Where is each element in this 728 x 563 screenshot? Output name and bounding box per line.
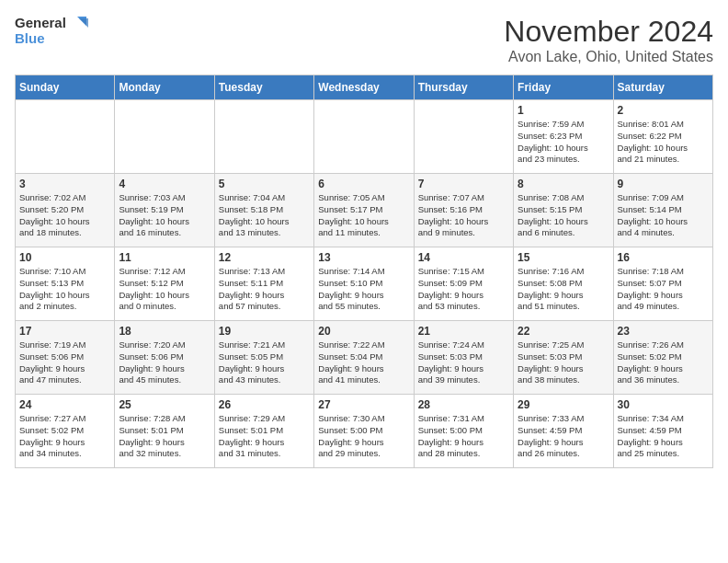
calendar-cell (414, 100, 513, 174)
calendar-cell (115, 100, 214, 174)
weekday-header-sunday: Sunday (16, 75, 115, 100)
day-number: 29 (518, 398, 609, 411)
day-number: 5 (219, 178, 310, 190)
calendar-week-1: 1Sunrise: 7:59 AM Sunset: 6:23 PM Daylig… (16, 100, 713, 174)
calendar-cell: 9Sunrise: 7:09 AM Sunset: 5:14 PM Daylig… (613, 174, 712, 247)
calendar-cell (16, 100, 115, 174)
day-info: Sunrise: 7:18 AM Sunset: 5:07 PM Dayligh… (618, 266, 709, 313)
day-number: 28 (418, 398, 509, 411)
day-number: 18 (119, 325, 210, 338)
day-info: Sunrise: 7:19 AM Sunset: 5:06 PM Dayligh… (19, 339, 110, 386)
calendar-cell: 21Sunrise: 7:24 AM Sunset: 5:03 PM Dayli… (414, 321, 513, 395)
calendar-cell: 12Sunrise: 7:13 AM Sunset: 5:11 PM Dayli… (214, 247, 313, 321)
day-info: Sunrise: 7:16 AM Sunset: 5:08 PM Dayligh… (518, 266, 609, 313)
day-info: Sunrise: 7:31 AM Sunset: 5:00 PM Dayligh… (418, 413, 509, 460)
calendar-cell (314, 100, 414, 174)
calendar-cell: 1Sunrise: 7:59 AM Sunset: 6:23 PM Daylig… (514, 100, 613, 174)
calendar-cell: 5Sunrise: 7:04 AM Sunset: 5:18 PM Daylig… (214, 174, 313, 247)
day-number: 30 (618, 398, 709, 411)
calendar-cell: 3Sunrise: 7:02 AM Sunset: 5:20 PM Daylig… (16, 174, 115, 247)
day-info: Sunrise: 7:26 AM Sunset: 5:02 PM Dayligh… (618, 339, 709, 386)
calendar-cell: 2Sunrise: 8:01 AM Sunset: 6:22 PM Daylig… (613, 100, 712, 174)
day-number: 11 (119, 251, 210, 264)
svg-marker-1 (79, 18, 88, 28)
day-info: Sunrise: 7:21 AM Sunset: 5:05 PM Dayligh… (219, 339, 310, 386)
day-number: 20 (318, 325, 409, 338)
day-number: 10 (19, 251, 110, 264)
calendar-week-3: 10Sunrise: 7:10 AM Sunset: 5:13 PM Dayli… (16, 247, 713, 321)
logo: General Blue (15, 15, 88, 47)
calendar-cell: 18Sunrise: 7:20 AM Sunset: 5:06 PM Dayli… (115, 321, 214, 395)
day-number: 13 (318, 251, 409, 264)
day-number: 21 (418, 325, 509, 338)
calendar-cell: 24Sunrise: 7:27 AM Sunset: 5:02 PM Dayli… (16, 395, 115, 468)
calendar-cell: 15Sunrise: 7:16 AM Sunset: 5:08 PM Dayli… (514, 247, 613, 321)
calendar-cell: 23Sunrise: 7:26 AM Sunset: 5:02 PM Dayli… (613, 321, 712, 395)
logo-general: General (15, 16, 66, 31)
calendar-cell: 8Sunrise: 7:08 AM Sunset: 5:15 PM Daylig… (514, 174, 613, 247)
day-info: Sunrise: 7:05 AM Sunset: 5:17 PM Dayligh… (318, 192, 409, 239)
calendar-cell: 27Sunrise: 7:30 AM Sunset: 5:00 PM Dayli… (314, 395, 414, 468)
day-number: 19 (219, 325, 310, 338)
day-info: Sunrise: 7:07 AM Sunset: 5:16 PM Dayligh… (418, 192, 509, 239)
day-number: 27 (318, 398, 409, 411)
day-number: 12 (219, 251, 310, 264)
day-number: 17 (19, 325, 110, 338)
day-number: 16 (618, 251, 709, 264)
title-section: November 2024 Avon Lake, Ohio, United St… (504, 15, 713, 65)
day-number: 25 (119, 398, 210, 411)
calendar-cell: 4Sunrise: 7:03 AM Sunset: 5:19 PM Daylig… (115, 174, 214, 247)
day-number: 24 (19, 398, 110, 411)
day-info: Sunrise: 7:59 AM Sunset: 6:23 PM Dayligh… (518, 119, 609, 166)
day-info: Sunrise: 7:03 AM Sunset: 5:19 PM Dayligh… (119, 192, 210, 239)
calendar-cell: 22Sunrise: 7:25 AM Sunset: 5:03 PM Dayli… (514, 321, 613, 395)
day-number: 9 (618, 178, 709, 190)
day-number: 15 (518, 251, 609, 264)
day-number: 1 (518, 104, 609, 117)
calendar-cell: 7Sunrise: 7:07 AM Sunset: 5:16 PM Daylig… (414, 174, 513, 247)
calendar-cell: 14Sunrise: 7:15 AM Sunset: 5:09 PM Dayli… (414, 247, 513, 321)
weekday-header-monday: Monday (115, 75, 214, 100)
calendar-cell: 13Sunrise: 7:14 AM Sunset: 5:10 PM Dayli… (314, 247, 414, 321)
calendar-cell: 6Sunrise: 7:05 AM Sunset: 5:17 PM Daylig… (314, 174, 414, 247)
weekday-header-friday: Friday (514, 75, 613, 100)
logo-blue: Blue (15, 31, 45, 47)
calendar-cell: 26Sunrise: 7:29 AM Sunset: 5:01 PM Dayli… (214, 395, 313, 468)
day-info: Sunrise: 7:08 AM Sunset: 5:15 PM Dayligh… (518, 192, 609, 239)
day-number: 22 (518, 325, 609, 338)
day-info: Sunrise: 7:14 AM Sunset: 5:10 PM Dayligh… (318, 266, 409, 313)
calendar-cell: 30Sunrise: 7:34 AM Sunset: 4:59 PM Dayli… (613, 395, 712, 468)
calendar-cell: 11Sunrise: 7:12 AM Sunset: 5:12 PM Dayli… (115, 247, 214, 321)
day-number: 23 (618, 325, 709, 338)
day-number: 2 (618, 104, 709, 117)
calendar-week-2: 3Sunrise: 7:02 AM Sunset: 5:20 PM Daylig… (16, 174, 713, 247)
day-number: 26 (219, 398, 310, 411)
logo-bird-icon (68, 15, 88, 31)
day-info: Sunrise: 8:01 AM Sunset: 6:22 PM Dayligh… (618, 119, 709, 166)
day-info: Sunrise: 7:15 AM Sunset: 5:09 PM Dayligh… (418, 266, 509, 313)
calendar-table: SundayMondayTuesdayWednesdayThursdayFrid… (15, 75, 713, 468)
calendar-cell: 19Sunrise: 7:21 AM Sunset: 5:05 PM Dayli… (214, 321, 313, 395)
calendar-week-5: 24Sunrise: 7:27 AM Sunset: 5:02 PM Dayli… (16, 395, 713, 468)
day-info: Sunrise: 7:12 AM Sunset: 5:12 PM Dayligh… (119, 266, 210, 313)
day-info: Sunrise: 7:25 AM Sunset: 5:03 PM Dayligh… (518, 339, 609, 386)
day-info: Sunrise: 7:22 AM Sunset: 5:04 PM Dayligh… (318, 339, 409, 386)
day-info: Sunrise: 7:28 AM Sunset: 5:01 PM Dayligh… (119, 413, 210, 460)
weekday-header-saturday: Saturday (613, 75, 712, 100)
day-info: Sunrise: 7:04 AM Sunset: 5:18 PM Dayligh… (219, 192, 310, 239)
calendar-cell (214, 100, 313, 174)
day-info: Sunrise: 7:24 AM Sunset: 5:03 PM Dayligh… (418, 339, 509, 386)
day-info: Sunrise: 7:33 AM Sunset: 4:59 PM Dayligh… (518, 413, 609, 460)
day-info: Sunrise: 7:13 AM Sunset: 5:11 PM Dayligh… (219, 266, 310, 313)
weekday-header-thursday: Thursday (414, 75, 513, 100)
calendar-cell: 17Sunrise: 7:19 AM Sunset: 5:06 PM Dayli… (16, 321, 115, 395)
header: General Blue November 2024 Avon Lake, Oh… (15, 15, 713, 65)
day-number: 6 (318, 178, 409, 190)
weekday-header-wednesday: Wednesday (314, 75, 414, 100)
day-number: 8 (518, 178, 609, 190)
day-info: Sunrise: 7:34 AM Sunset: 4:59 PM Dayligh… (618, 413, 709, 460)
calendar-cell: 28Sunrise: 7:31 AM Sunset: 5:00 PM Dayli… (414, 395, 513, 468)
day-info: Sunrise: 7:30 AM Sunset: 5:00 PM Dayligh… (318, 413, 409, 460)
day-info: Sunrise: 7:29 AM Sunset: 5:01 PM Dayligh… (219, 413, 310, 460)
weekday-header-tuesday: Tuesday (214, 75, 313, 100)
